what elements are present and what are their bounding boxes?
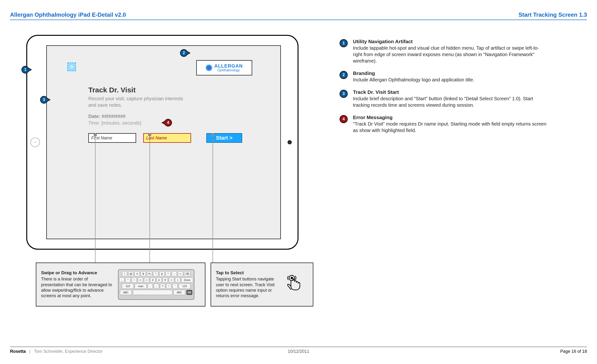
callout-pin-1: 1: [22, 66, 29, 74]
keyboard-key: ": [125, 277, 131, 283]
swipe-anno-title: Swipe or Drag to Advance: [41, 270, 113, 275]
annotation-title: Track Dr. Visit Start: [353, 89, 547, 95]
keyboard-key: ⌨: [186, 290, 192, 295]
annotation-number: 4: [340, 115, 348, 123]
keyboard-key: ^: [153, 271, 158, 276]
panel-title: Track Dr. Visit: [88, 86, 136, 94]
tap-anno-body: Tapping Start buttons navigate user to n…: [216, 276, 280, 299]
callout-pin-2: 2: [180, 49, 188, 57]
keyboard-key: +: [178, 271, 183, 276]
annotation-tap-select: Tap to Select Tapping Start buttons navi…: [211, 263, 313, 306]
keyboard-key: ¥: [163, 277, 168, 283]
page-footer: Rosetta | Tom Schneider, Experience Dire…: [10, 347, 587, 354]
keyboard-key: ⌫: [184, 271, 190, 276]
footer-author: Tom Schneider, Experience Director: [34, 349, 102, 354]
leader-dot: [148, 133, 151, 137]
keyboard-key: [133, 290, 173, 295]
keyboard-key: $: [141, 271, 146, 276]
start-button-label: Start >: [216, 135, 232, 141]
annotation-title: Error Messaging: [353, 115, 547, 120]
keyboard-key: -: [172, 271, 177, 276]
footer-brand: Rosetta: [10, 349, 26, 354]
keyboard-key: @: [128, 271, 134, 276]
keyboard-key: !: [122, 271, 127, 276]
keyboard-key: %: [147, 271, 152, 276]
keyboard-icon: !@#$%^&*-+⌫ _"~<>€£¥()Done 123redo.,?!'1…: [118, 269, 194, 300]
annotation-body: Include Allergan Ophthalmology logo and …: [353, 77, 474, 83]
brand-name: ALLERGAN: [214, 63, 243, 69]
annotation-body: Include brief description and "Start" bu…: [353, 95, 547, 108]
doc-title-right: Start Tracking Screen 1.3: [518, 11, 587, 18]
annotation-title: Branding: [353, 70, 474, 76]
annotation-body: "Track Dr Visit" mode requires Dr name i…: [353, 121, 547, 134]
leader-line: [95, 137, 95, 263]
svg-point-1: [291, 277, 293, 279]
brand-mark-icon: [206, 64, 212, 71]
keyboard-key: #: [134, 271, 140, 276]
keyboard-key: *: [165, 271, 171, 276]
keyboard-key: ,: [154, 284, 159, 289]
swipe-anno-body: There is a linear order of presentation …: [41, 276, 113, 299]
callout-pin-4: 4: [164, 119, 172, 126]
keyboard-key: €: [150, 277, 156, 283]
annotation-number: 2: [340, 71, 348, 79]
keyboard-key: ?: [160, 284, 165, 289]
footer-page: Page 16 of 18: [560, 349, 587, 354]
annotation-body: Include tappable hot-spot and visual clu…: [353, 45, 547, 64]
keyboard-key: (: [169, 277, 174, 283]
annotation-item: 1Utility Navigation ArtifactInclude tapp…: [340, 39, 547, 64]
tap-anno-title: Tap to Select: [216, 270, 280, 275]
keyboard-key: ~: [132, 277, 137, 283]
keyboard-key: ABC: [120, 290, 132, 295]
keyboard-key: £: [157, 277, 162, 283]
keyboard-key: .: [148, 284, 153, 289]
keyboard-key: >: [144, 277, 149, 283]
keyboard-key: ': [173, 284, 178, 289]
leader-dot: [94, 133, 97, 137]
content-area: > ALLERGAN Ophthalmology: [10, 24, 587, 340]
leader-dot: [211, 133, 214, 137]
leader-line: [149, 137, 150, 263]
annotation-item: 4Error Messaging"Track Dr Visit" mode re…: [340, 115, 547, 134]
keyboard-key: 123: [179, 284, 191, 289]
ipad-device-frame: > ALLERGAN Ophthalmology: [26, 35, 298, 250]
callout-pin-3: 3: [40, 96, 48, 104]
brand-subname: Ophthalmology: [214, 69, 243, 72]
annotation-swipe-advance: Swipe or Drag to Advance There is a line…: [36, 263, 205, 306]
time-label: Time: [minutes, seconds]: [88, 120, 141, 126]
annotation-number: 1: [340, 39, 348, 47]
leader-line: [212, 137, 213, 263]
keyboard-key: _: [119, 277, 124, 283]
ipad-screen: > ALLERGAN Ophthalmology: [46, 45, 281, 239]
annotation-item: 2BrandingInclude Allergan Ophthalmology …: [340, 70, 547, 83]
keyboard-key: &: [159, 271, 165, 276]
keyboard-key: Done: [181, 277, 193, 283]
keyboard-key: 123: [122, 284, 134, 289]
ipad-home-button[interactable]: [288, 140, 292, 144]
keyboard-key: ABC: [173, 290, 185, 295]
date-label: Date: ##/##/####: [88, 114, 126, 119]
keyboard-key: ): [175, 277, 180, 283]
annotation-item: 3Track Dr. Visit StartInclude brief desc…: [340, 89, 547, 108]
keyboard-key: redo: [135, 284, 147, 289]
keyboard-key: !: [166, 284, 172, 289]
ipad-camera-icon: [30, 137, 40, 147]
annotation-number: 3: [340, 90, 348, 98]
chevron-right-icon: >: [70, 63, 73, 70]
footer-date: 10/12/2011: [288, 349, 309, 354]
page-header: Allergan Ophthalmology iPad E-Detail v2.…: [10, 11, 587, 20]
keyboard-key: <: [138, 277, 143, 283]
utility-nav-artifact[interactable]: >: [67, 62, 76, 71]
tap-hand-icon: [285, 274, 304, 295]
annotation-title: Utility Navigation Artifact: [353, 39, 547, 44]
doc-title-left: Allergan Ophthalmology iPad E-Detail v2.…: [10, 11, 126, 18]
annotation-list: 1Utility Navigation ArtifactInclude tapp…: [340, 39, 547, 140]
brand-logo: ALLERGAN Ophthalmology: [196, 60, 252, 75]
panel-subtitle: Record your visit, capture physician int…: [88, 95, 189, 108]
